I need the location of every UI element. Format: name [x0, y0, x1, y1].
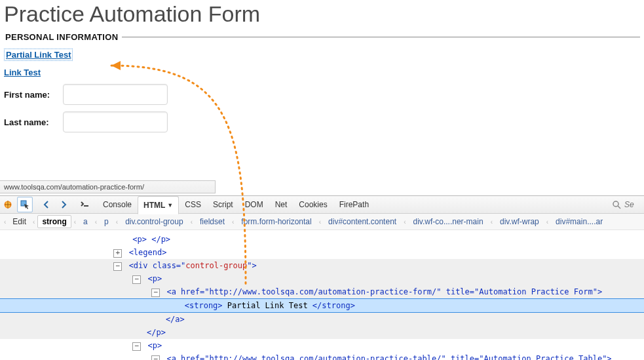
search-input[interactable]	[623, 199, 640, 210]
chevron-left-icon: ‹	[33, 218, 35, 226]
collapse-icon[interactable]: −	[132, 342, 141, 351]
breadcrumb: ‹ Edit ‹ strong ‹ a ‹ p ‹ div.control-gr…	[0, 214, 644, 230]
console-prompt-icon[interactable]	[77, 197, 93, 212]
breadcrumb-item-wf-main[interactable]: div.wf-co....ner-main	[408, 215, 487, 228]
tab-script[interactable]: Script	[207, 195, 239, 214]
dropdown-icon: ▼	[167, 202, 173, 209]
collapse-icon[interactable]: −	[113, 262, 122, 271]
tree-row[interactable]: − <a href="http://www.toolsqa.com/automa…	[0, 352, 644, 360]
tree-row[interactable]: </p>	[0, 326, 644, 339]
collapse-icon[interactable]: −	[132, 275, 141, 284]
first-name-input[interactable]	[63, 84, 168, 105]
expand-icon[interactable]: +	[113, 249, 122, 258]
tree-row[interactable]: − <p>	[0, 272, 644, 285]
last-name-label: Last name:	[4, 117, 58, 127]
tab-console[interactable]: Console	[97, 195, 138, 214]
devtools-panel: Console HTML▼ CSS Script DOM Net Cookies…	[0, 195, 644, 360]
tree-row[interactable]: − <a href="http://www.toolsqa.com/automa…	[0, 285, 644, 298]
nav-forward-icon[interactable]	[56, 197, 71, 212]
status-bar-url: www.toolsqa.com/automation-practice-form…	[0, 180, 216, 193]
breadcrumb-item-fieldset[interactable]: fieldset	[195, 215, 229, 228]
tree-row[interactable]: − <p>	[0, 339, 644, 352]
collapse-icon[interactable]: −	[151, 289, 160, 297]
search-icon	[613, 201, 621, 209]
page-title: Practice Automation Form	[4, 1, 640, 27]
breadcrumb-item-main[interactable]: div#main....ar	[551, 215, 607, 228]
breadcrumb-item-form[interactable]: form.form-horizontal	[237, 215, 316, 228]
chevron-left-icon: ‹	[95, 218, 97, 226]
tree-row-selected[interactable]: <strong> Partial Link Test </strong>	[0, 298, 644, 313]
chevron-left-icon: ‹	[319, 218, 321, 226]
link-test-link[interactable]: Link Test	[4, 68, 41, 77]
devtools-search[interactable]	[611, 199, 641, 210]
chevron-left-icon: ‹	[116, 218, 118, 226]
svg-line-5	[618, 206, 620, 209]
tree-row[interactable]: + <legend>	[0, 246, 644, 259]
svg-rect-3	[84, 205, 88, 207]
nav-back-icon[interactable]	[39, 197, 54, 212]
chevron-left-icon: ‹	[232, 218, 234, 226]
chevron-left-icon: ‹	[491, 218, 493, 226]
tree-row[interactable]: <p> </p>	[0, 233, 644, 246]
collapse-icon[interactable]: −	[151, 355, 160, 360]
last-name-input[interactable]	[63, 111, 168, 132]
tab-cookies[interactable]: Cookies	[293, 195, 333, 214]
first-name-label: First name:	[4, 90, 58, 100]
tab-css[interactable]: CSS	[179, 195, 207, 214]
tab-html-label: HTML	[143, 201, 165, 210]
devtools-toolbar: Console HTML▼ CSS Script DOM Net Cookies…	[0, 196, 644, 214]
breadcrumb-item-wf-wrap[interactable]: div.wf-wrap	[495, 215, 544, 228]
chevron-left-icon: ‹	[74, 218, 76, 226]
breadcrumb-item-content[interactable]: div#content.content	[324, 215, 401, 228]
breadcrumb-item-strong[interactable]: strong	[37, 215, 71, 228]
dom-tree[interactable]: <p> </p> + <legend> − <div class="contro…	[0, 230, 644, 360]
tree-row[interactable]: </a>	[0, 313, 644, 326]
partial-link-test-link[interactable]: Partial Link Test	[4, 49, 73, 61]
chevron-left-icon: ‹	[404, 218, 406, 226]
tab-firepath[interactable]: FirePath	[333, 195, 375, 214]
breadcrumb-item-p[interactable]: p	[100, 215, 113, 228]
chevron-left-icon: ‹	[546, 218, 548, 226]
svg-point-4	[613, 201, 618, 207]
breadcrumb-edit[interactable]: Edit	[9, 216, 30, 228]
inspect-icon[interactable]	[17, 197, 33, 212]
tree-row[interactable]: − <div class="control-group">	[0, 259, 644, 272]
chevron-left-icon[interactable]: ‹	[4, 218, 6, 226]
tab-html[interactable]: HTML▼	[138, 196, 179, 214]
personal-info-fieldset: PERSONAL INFORMATION Partial Link Test L…	[4, 32, 640, 139]
tab-net[interactable]: Net	[269, 195, 294, 214]
chevron-left-icon: ‹	[191, 218, 193, 226]
breadcrumb-item-div-cg[interactable]: div.control-group	[121, 215, 188, 228]
firebug-icon[interactable]	[0, 197, 16, 212]
legend: PERSONAL INFORMATION	[4, 32, 122, 42]
breadcrumb-item-a[interactable]: a	[79, 215, 92, 228]
tab-dom[interactable]: DOM	[239, 195, 269, 214]
